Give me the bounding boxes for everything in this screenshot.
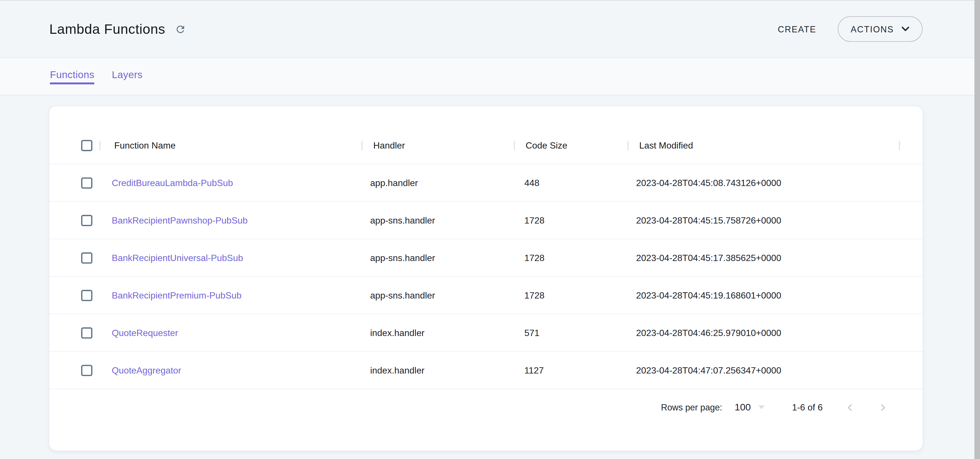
- table-row: QuoteRequester index.handler 571 2023-04…: [49, 314, 923, 352]
- column-header-spacer: [900, 128, 923, 164]
- code-size-cell: 1728: [515, 253, 628, 263]
- column-header-function-name[interactable]: Function Name: [100, 128, 363, 164]
- row-checkbox[interactable]: [81, 177, 92, 189]
- last-modified-cell: 2023-04-28T04:45:17.385625+0000: [628, 253, 900, 263]
- table-row: CreditBureauLambda-PubSub app.handler 44…: [49, 164, 923, 202]
- handler-cell: app-sns.handler: [363, 253, 515, 263]
- last-modified-cell: 2023-04-28T04:45:19.168601+0000: [628, 290, 900, 300]
- code-size-cell: 571: [515, 328, 628, 338]
- previous-page-button[interactable]: [842, 399, 858, 416]
- scrollbar[interactable]: [974, 0, 980, 459]
- column-header-handler[interactable]: Handler: [363, 128, 515, 164]
- pagination-bar: Rows per page: 100 1-6 of 6: [49, 389, 923, 426]
- row-checkbox-cell: [49, 289, 100, 301]
- page-header: Lambda Functions CREATE ACTIONS: [0, 0, 980, 58]
- pagination-range: 1-6 of 6: [792, 402, 823, 412]
- function-name-cell: BankRecipientPremium-PubSub: [100, 290, 363, 300]
- handler-cell: index.handler: [363, 365, 515, 375]
- rows-per-page-label: Rows per page:: [661, 402, 722, 412]
- app-window: Lambda Functions CREATE ACTIONS Functi: [0, 0, 980, 459]
- table-row: BankRecipientPawnshop-PubSub app-sns.han…: [49, 202, 923, 239]
- column-header-label: Function Name: [114, 140, 175, 151]
- header-actions: CREATE ACTIONS: [774, 16, 923, 42]
- chevron-right-icon: [877, 402, 889, 413]
- tab-layers[interactable]: Layers: [112, 69, 143, 84]
- function-name-cell: QuoteRequester: [100, 328, 363, 338]
- function-name-link[interactable]: BankRecipientPremium-PubSub: [112, 290, 242, 300]
- column-header-label: Code Size: [526, 140, 567, 151]
- function-name-link[interactable]: CreditBureauLambda-PubSub: [112, 178, 233, 188]
- handler-cell: app.handler: [363, 178, 515, 188]
- function-name-link[interactable]: BankRecipientUniversal-PubSub: [112, 253, 243, 263]
- handler-cell: app-sns.handler: [363, 290, 515, 300]
- column-header-last-modified[interactable]: Last Modified: [628, 128, 900, 164]
- row-checkbox-cell: [49, 364, 100, 376]
- code-size-cell: 1728: [515, 215, 628, 225]
- function-name-link[interactable]: BankRecipientPawnshop-PubSub: [112, 215, 248, 225]
- code-size-cell: 1127: [515, 365, 628, 375]
- main-content: Function Name Handler Code Size Last Mod…: [0, 96, 980, 451]
- function-name-cell: BankRecipientUniversal-PubSub: [100, 253, 363, 263]
- function-name-cell: QuoteAggregator: [100, 365, 363, 375]
- row-checkbox[interactable]: [81, 290, 92, 301]
- last-modified-cell: 2023-04-28T04:45:08.743126+0000: [628, 178, 900, 188]
- select-all-checkbox[interactable]: [81, 140, 92, 151]
- select-all-cell: [49, 128, 100, 164]
- row-checkbox[interactable]: [81, 327, 92, 339]
- actions-button-label: ACTIONS: [851, 24, 894, 34]
- function-name-cell: CreditBureauLambda-PubSub: [100, 178, 363, 188]
- chevron-down-icon: [901, 26, 910, 32]
- tab-functions[interactable]: Functions: [50, 69, 94, 84]
- column-header-code-size[interactable]: Code Size: [515, 128, 628, 164]
- handler-cell: app-sns.handler: [363, 215, 515, 225]
- row-checkbox-cell: [49, 252, 100, 263]
- row-checkbox-cell: [49, 177, 100, 188]
- refresh-button[interactable]: [173, 22, 187, 36]
- tabs-bar: Functions Layers: [0, 58, 980, 96]
- function-name-cell: BankRecipientPawnshop-PubSub: [100, 215, 363, 225]
- row-checkbox[interactable]: [81, 365, 92, 376]
- dropdown-arrow-icon: [758, 405, 765, 409]
- last-modified-cell: 2023-04-28T04:47:07.256347+0000: [628, 365, 900, 375]
- row-checkbox-cell: [49, 214, 100, 226]
- rows-per-page-select[interactable]: 100: [735, 402, 765, 413]
- table-row: BankRecipientPremium-PubSub app-sns.hand…: [49, 277, 923, 314]
- column-header-label: Handler: [373, 140, 405, 151]
- code-size-cell: 1728: [515, 290, 628, 300]
- page-title: Lambda Functions: [49, 21, 165, 37]
- table-row: BankRecipientUniversal-PubSub app-sns.ha…: [49, 239, 923, 277]
- column-header-label: Last Modified: [639, 140, 693, 151]
- function-name-link[interactable]: QuoteRequester: [112, 328, 178, 338]
- function-name-link[interactable]: QuoteAggregator: [112, 365, 181, 375]
- table-body: CreditBureauLambda-PubSub app.handler 44…: [49, 164, 923, 389]
- row-checkbox[interactable]: [81, 215, 92, 226]
- table-header-row: Function Name Handler Code Size Last Mod…: [49, 128, 923, 164]
- actions-button[interactable]: ACTIONS: [837, 16, 923, 42]
- row-checkbox[interactable]: [81, 252, 92, 264]
- next-page-button[interactable]: [874, 399, 891, 416]
- last-modified-cell: 2023-04-28T04:45:15.758726+0000: [628, 215, 900, 225]
- table-row: QuoteAggregator index.handler 1127 2023-…: [49, 352, 923, 389]
- handler-cell: index.handler: [363, 328, 515, 338]
- functions-table-card: Function Name Handler Code Size Last Mod…: [49, 106, 923, 451]
- row-checkbox-cell: [49, 327, 100, 338]
- chevron-left-icon: [844, 402, 856, 413]
- refresh-icon: [175, 23, 186, 35]
- code-size-cell: 448: [515, 178, 628, 188]
- rows-per-page-value: 100: [735, 402, 751, 413]
- last-modified-cell: 2023-04-28T04:46:25.979010+0000: [628, 328, 900, 338]
- create-button[interactable]: CREATE: [774, 19, 820, 39]
